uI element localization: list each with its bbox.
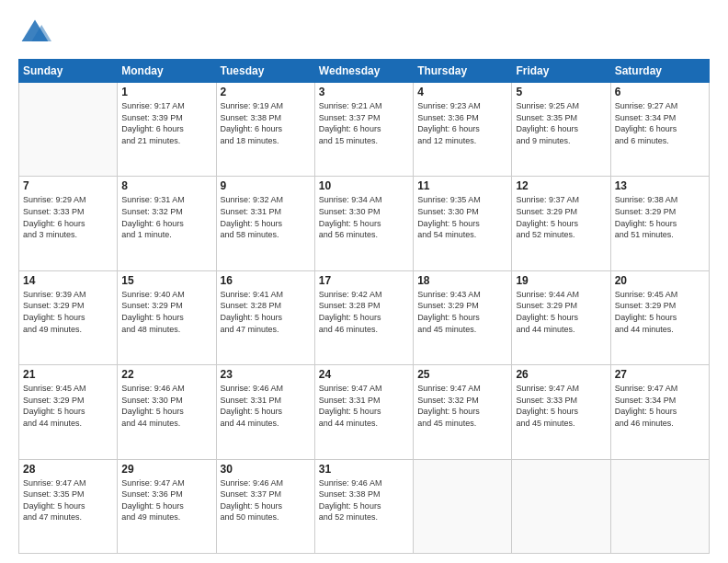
weekday-header-friday: Friday	[512, 60, 610, 83]
day-number: 24	[319, 368, 409, 381]
day-cell: 29Sunrise: 9:47 AM Sunset: 3:36 PM Dayli…	[118, 459, 216, 553]
day-info: Sunrise: 9:37 AM Sunset: 3:29 PM Dayligh…	[516, 194, 606, 240]
day-info: Sunrise: 9:19 AM Sunset: 3:38 PM Dayligh…	[221, 100, 311, 146]
day-info: Sunrise: 9:35 AM Sunset: 3:30 PM Dayligh…	[417, 194, 507, 240]
day-cell: 3Sunrise: 9:21 AM Sunset: 3:37 PM Daylig…	[314, 83, 413, 177]
day-info: Sunrise: 9:46 AM Sunset: 3:30 PM Dayligh…	[121, 383, 211, 429]
day-info: Sunrise: 9:45 AM Sunset: 3:29 PM Dayligh…	[23, 383, 113, 429]
day-cell: 21Sunrise: 9:45 AM Sunset: 3:29 PM Dayli…	[19, 365, 118, 459]
day-info: Sunrise: 9:17 AM Sunset: 3:39 PM Dayligh…	[121, 100, 211, 146]
day-number: 19	[516, 274, 606, 287]
day-cell: 1Sunrise: 9:17 AM Sunset: 3:39 PM Daylig…	[118, 83, 216, 177]
day-number: 7	[23, 179, 113, 192]
day-info: Sunrise: 9:47 AM Sunset: 3:31 PM Dayligh…	[319, 383, 409, 429]
day-info: Sunrise: 9:31 AM Sunset: 3:32 PM Dayligh…	[121, 194, 211, 240]
day-number: 6	[615, 86, 705, 98]
day-cell	[19, 83, 118, 177]
day-info: Sunrise: 9:42 AM Sunset: 3:28 PM Dayligh…	[319, 289, 409, 335]
weekday-header-sunday: Sunday	[19, 60, 118, 83]
day-cell: 20Sunrise: 9:45 AM Sunset: 3:29 PM Dayli…	[610, 270, 709, 364]
day-number: 8	[121, 179, 211, 192]
day-number: 5	[516, 86, 606, 98]
day-cell: 16Sunrise: 9:41 AM Sunset: 3:28 PM Dayli…	[216, 270, 314, 364]
logo	[18, 17, 55, 50]
week-row-4: 21Sunrise: 9:45 AM Sunset: 3:29 PM Dayli…	[19, 365, 710, 459]
day-cell: 14Sunrise: 9:39 AM Sunset: 3:29 PM Dayli…	[19, 270, 118, 364]
day-info: Sunrise: 9:29 AM Sunset: 3:33 PM Dayligh…	[23, 194, 113, 240]
day-info: Sunrise: 9:41 AM Sunset: 3:28 PM Dayligh…	[221, 289, 311, 335]
day-cell: 19Sunrise: 9:44 AM Sunset: 3:29 PM Dayli…	[512, 270, 610, 364]
day-cell	[512, 459, 610, 553]
day-cell: 30Sunrise: 9:46 AM Sunset: 3:37 PM Dayli…	[216, 459, 314, 553]
day-cell: 27Sunrise: 9:47 AM Sunset: 3:34 PM Dayli…	[610, 365, 709, 459]
day-cell: 17Sunrise: 9:42 AM Sunset: 3:28 PM Dayli…	[314, 270, 413, 364]
day-number: 16	[221, 274, 311, 287]
day-info: Sunrise: 9:46 AM Sunset: 3:38 PM Dayligh…	[319, 477, 409, 523]
day-number: 29	[121, 463, 211, 476]
day-info: Sunrise: 9:38 AM Sunset: 3:29 PM Dayligh…	[615, 194, 705, 240]
day-info: Sunrise: 9:47 AM Sunset: 3:34 PM Dayligh…	[615, 383, 705, 429]
day-info: Sunrise: 9:47 AM Sunset: 3:36 PM Dayligh…	[121, 477, 211, 523]
day-info: Sunrise: 9:44 AM Sunset: 3:29 PM Dayligh…	[516, 289, 606, 335]
day-cell: 18Sunrise: 9:43 AM Sunset: 3:29 PM Dayli…	[414, 270, 512, 364]
day-cell: 10Sunrise: 9:34 AM Sunset: 3:30 PM Dayli…	[314, 177, 413, 270]
logo-icon	[18, 17, 51, 50]
day-cell: 23Sunrise: 9:46 AM Sunset: 3:31 PM Dayli…	[216, 365, 314, 459]
day-number: 21	[23, 368, 113, 381]
week-row-3: 14Sunrise: 9:39 AM Sunset: 3:29 PM Dayli…	[19, 270, 710, 364]
day-number: 14	[23, 274, 113, 287]
day-info: Sunrise: 9:34 AM Sunset: 3:30 PM Dayligh…	[319, 194, 409, 240]
day-number: 30	[221, 463, 311, 476]
day-cell	[414, 459, 512, 553]
weekday-header-row: SundayMondayTuesdayWednesdayThursdayFrid…	[19, 60, 710, 83]
day-number: 3	[319, 86, 409, 98]
day-info: Sunrise: 9:47 AM Sunset: 3:35 PM Dayligh…	[23, 477, 113, 523]
day-number: 15	[121, 274, 211, 287]
day-cell: 5Sunrise: 9:25 AM Sunset: 3:35 PM Daylig…	[512, 83, 610, 177]
day-number: 11	[417, 179, 507, 192]
day-info: Sunrise: 9:47 AM Sunset: 3:33 PM Dayligh…	[516, 383, 606, 429]
day-number: 17	[319, 274, 409, 287]
day-number: 25	[417, 368, 507, 381]
day-number: 1	[121, 86, 211, 98]
day-cell	[610, 459, 709, 553]
day-info: Sunrise: 9:40 AM Sunset: 3:29 PM Dayligh…	[121, 289, 211, 335]
day-number: 12	[516, 179, 606, 192]
header	[18, 17, 710, 50]
day-number: 20	[615, 274, 705, 287]
day-cell: 26Sunrise: 9:47 AM Sunset: 3:33 PM Dayli…	[512, 365, 610, 459]
week-row-2: 7Sunrise: 9:29 AM Sunset: 3:33 PM Daylig…	[19, 177, 710, 270]
weekday-header-monday: Monday	[118, 60, 216, 83]
weekday-header-saturday: Saturday	[610, 60, 709, 83]
day-info: Sunrise: 9:39 AM Sunset: 3:29 PM Dayligh…	[23, 289, 113, 335]
day-info: Sunrise: 9:46 AM Sunset: 3:37 PM Dayligh…	[221, 477, 311, 523]
day-number: 13	[615, 179, 705, 192]
week-row-1: 1Sunrise: 9:17 AM Sunset: 3:39 PM Daylig…	[19, 83, 710, 177]
day-number: 31	[319, 463, 409, 476]
day-cell: 28Sunrise: 9:47 AM Sunset: 3:35 PM Dayli…	[19, 459, 118, 553]
day-number: 9	[221, 179, 311, 192]
day-cell: 25Sunrise: 9:47 AM Sunset: 3:32 PM Dayli…	[414, 365, 512, 459]
day-number: 23	[221, 368, 311, 381]
weekday-header-wednesday: Wednesday	[314, 60, 413, 83]
day-number: 4	[417, 86, 507, 98]
day-cell: 24Sunrise: 9:47 AM Sunset: 3:31 PM Dayli…	[314, 365, 413, 459]
day-cell: 11Sunrise: 9:35 AM Sunset: 3:30 PM Dayli…	[414, 177, 512, 270]
day-info: Sunrise: 9:43 AM Sunset: 3:29 PM Dayligh…	[417, 289, 507, 335]
day-number: 28	[23, 463, 113, 476]
day-info: Sunrise: 9:46 AM Sunset: 3:31 PM Dayligh…	[221, 383, 311, 429]
day-number: 2	[221, 86, 311, 98]
day-cell: 6Sunrise: 9:27 AM Sunset: 3:34 PM Daylig…	[610, 83, 709, 177]
day-cell: 4Sunrise: 9:23 AM Sunset: 3:36 PM Daylig…	[414, 83, 512, 177]
day-number: 27	[615, 368, 705, 381]
day-number: 22	[121, 368, 211, 381]
day-cell: 13Sunrise: 9:38 AM Sunset: 3:29 PM Dayli…	[610, 177, 709, 270]
day-number: 26	[516, 368, 606, 381]
day-cell: 22Sunrise: 9:46 AM Sunset: 3:30 PM Dayli…	[118, 365, 216, 459]
day-cell: 9Sunrise: 9:32 AM Sunset: 3:31 PM Daylig…	[216, 177, 314, 270]
day-number: 18	[417, 274, 507, 287]
day-info: Sunrise: 9:32 AM Sunset: 3:31 PM Dayligh…	[221, 194, 311, 240]
day-info: Sunrise: 9:27 AM Sunset: 3:34 PM Dayligh…	[615, 100, 705, 146]
day-info: Sunrise: 9:45 AM Sunset: 3:29 PM Dayligh…	[615, 289, 705, 335]
day-cell: 2Sunrise: 9:19 AM Sunset: 3:38 PM Daylig…	[216, 83, 314, 177]
